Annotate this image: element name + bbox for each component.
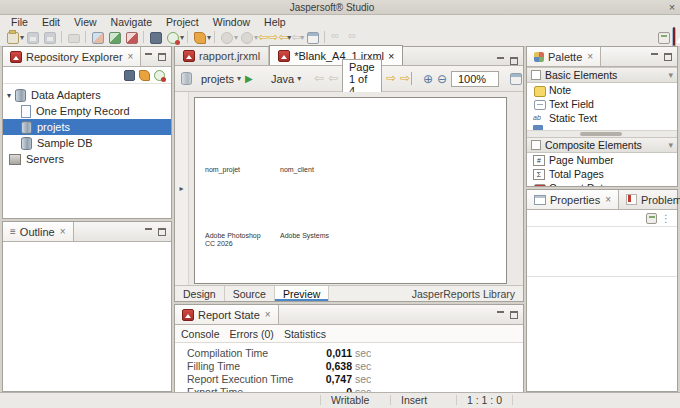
save-all-icon[interactable] (43, 31, 56, 44)
forward-history-icon[interactable]: ⇨ (268, 31, 278, 44)
tab-report-state[interactable]: Report State × (175, 305, 279, 324)
current-date-icon (534, 184, 546, 187)
collapse-section-icon[interactable]: ▾ (668, 140, 673, 150)
report-wizard-icon[interactable] (91, 31, 104, 44)
maximize-panel-icon[interactable] (664, 53, 672, 61)
palette-item-note[interactable]: Note (527, 83, 677, 97)
tab-preview[interactable]: Preview (275, 286, 329, 301)
menu-navigate[interactable]: Navigate (104, 16, 159, 28)
link-statistics[interactable]: Statistics (284, 328, 326, 340)
view-menu-icon[interactable]: ⋮ (661, 213, 671, 224)
minimize-panel-icon[interactable] (144, 227, 153, 236)
menu-help[interactable]: Help (257, 16, 293, 28)
close-tab-icon[interactable]: × (388, 50, 394, 62)
palette-item-static-text[interactable]: ab Static Text (527, 111, 677, 125)
close-tab-icon[interactable]: × (587, 51, 593, 62)
tree-item-one-empty-record[interactable]: One Empty Record (3, 103, 171, 119)
forward-disabled-dropdown-icon[interactable]: ▾ (300, 33, 304, 42)
close-tab-icon[interactable]: × (60, 226, 66, 237)
maximize-panel-icon[interactable] (158, 53, 166, 61)
menu-project[interactable]: Project (159, 16, 206, 28)
maximize-panel-icon[interactable] (510, 311, 518, 319)
tree-item-servers[interactable]: Servers (3, 151, 171, 167)
datasource-icon[interactable] (166, 31, 179, 44)
tab-repository-explorer[interactable]: Repository Explorer × (3, 47, 141, 66)
zoom-level-field[interactable]: 100% (451, 71, 499, 87)
debug-dropdown-icon[interactable]: ▾ (234, 33, 238, 42)
section-basic-elements[interactable]: Basic Elements ▾ (527, 67, 677, 83)
link-errors[interactable]: Errors (0) (230, 328, 274, 340)
zoom-in-icon[interactable]: ⊕ (423, 72, 433, 86)
save-icon[interactable] (26, 31, 39, 44)
print-icon[interactable] (67, 31, 80, 44)
palette-item-page-number[interactable]: # Page Number (527, 153, 677, 167)
new-report-dropdown-icon[interactable]: ▾ (20, 33, 24, 42)
zoom-out-icon[interactable]: ⊖ (437, 72, 447, 86)
next-page-icon[interactable]: ⇨ (386, 72, 396, 85)
pin-editor-icon[interactable] (657, 31, 670, 44)
close-tab-icon[interactable]: × (265, 309, 271, 320)
tree-item-data-adapters[interactable]: ▾ Data Adapters (3, 87, 171, 103)
first-page-icon[interactable]: ⇦ (314, 72, 324, 85)
menu-edit[interactable]: Edit (35, 16, 67, 28)
palette-item-total-pages[interactable]: Σ Total Pages (527, 167, 677, 181)
palette-item-text-field[interactable]: Text Field (527, 97, 677, 111)
new-data-adapter-icon[interactable] (154, 70, 165, 81)
tree-item-projets[interactable]: projets (3, 119, 171, 135)
preview-settings-icon[interactable] (509, 72, 515, 85)
maximize-panel-icon[interactable] (158, 228, 166, 236)
menu-window[interactable]: Window (206, 16, 257, 28)
minimize-panel-icon[interactable] (496, 56, 505, 65)
editor-tab-rapport[interactable]: rapport.jrxml (175, 47, 269, 65)
menu-view[interactable]: View (67, 16, 104, 28)
link-selection-icon[interactable] (347, 31, 360, 44)
tab-problems[interactable]: Problems (619, 190, 680, 209)
minimize-panel-icon[interactable] (144, 52, 153, 61)
close-tab-icon[interactable]: × (605, 194, 611, 205)
section-composite-elements[interactable]: Composite Elements ▾ (527, 137, 677, 153)
minimize-panel-icon[interactable] (650, 52, 659, 61)
chart-wizard-icon[interactable] (108, 31, 121, 44)
last-edit-location-icon[interactable]: ⇦ (258, 31, 268, 44)
edit-adapter-icon[interactable] (139, 70, 150, 81)
link-with-editor-icon[interactable] (330, 31, 343, 44)
jaspersoft-perspective-button[interactable] (672, 27, 676, 47)
run-external-icon[interactable] (193, 31, 206, 44)
profile-icon[interactable] (240, 31, 253, 44)
datasource-dropdown-icon[interactable]: ▾ (180, 33, 184, 42)
new-report-icon[interactable] (6, 31, 19, 44)
collapse-all-icon[interactable] (124, 70, 135, 81)
menu-file[interactable]: File (4, 16, 35, 28)
tree-item-sample-db[interactable]: Sample DB (3, 135, 171, 151)
new-window-icon[interactable] (306, 31, 319, 44)
language-select[interactable]: Java (271, 73, 294, 85)
run-report-icon[interactable]: ▶ (245, 73, 253, 84)
publish-report-icon[interactable] (149, 31, 162, 44)
link-console[interactable]: Console (181, 328, 220, 340)
last-page-icon[interactable]: ⇨ (400, 72, 412, 85)
palette-item-current-date[interactable]: Current Date (527, 181, 677, 187)
maximize-panel-icon[interactable] (510, 57, 518, 65)
previous-page-icon[interactable]: ⇦ (328, 72, 338, 85)
tab-outline[interactable]: ≡ Outline × (3, 222, 74, 241)
parameters-sidebar-toggle[interactable]: ▸ (175, 92, 189, 285)
tab-source[interactable]: Source (225, 286, 275, 301)
pin-properties-icon[interactable] (646, 213, 657, 224)
datasource-dropdown-icon[interactable]: ▾ (237, 74, 241, 83)
tab-palette[interactable]: Palette × (527, 47, 601, 66)
tab-properties[interactable]: Properties × (527, 190, 619, 209)
minimize-panel-icon[interactable] (496, 310, 505, 319)
debug-icon[interactable] (220, 31, 233, 44)
close-tab-icon[interactable]: × (128, 51, 134, 62)
caret-down-icon[interactable]: ▾ (3, 91, 15, 100)
tab-design[interactable]: Design (175, 286, 225, 301)
run-external-dropdown-icon[interactable]: ▾ (207, 33, 211, 42)
window-close-button[interactable]: × (664, 1, 680, 13)
horizontal-scrollbar[interactable] (527, 130, 677, 137)
style-template-icon[interactable] (125, 31, 138, 44)
datasource-select[interactable]: projets (201, 73, 234, 85)
report-file-icon (278, 50, 290, 62)
editor-tab-blank-a4[interactable]: *Blank_A4_1.jrxml × (269, 45, 403, 65)
collapse-section-icon[interactable]: ▾ (668, 70, 673, 80)
language-dropdown-icon[interactable]: ▾ (297, 74, 301, 83)
